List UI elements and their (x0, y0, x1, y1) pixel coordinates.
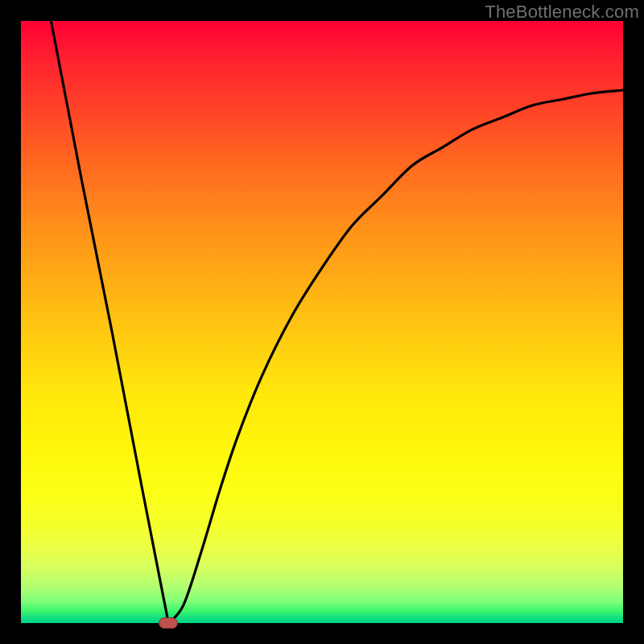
plot-area (21, 21, 623, 623)
chart-frame: TheBottleneck.com (0, 0, 644, 644)
minimum-marker (159, 617, 178, 629)
curve-path (51, 21, 623, 623)
bottleneck-curve (21, 21, 623, 623)
watermark-text: TheBottleneck.com (485, 2, 639, 23)
